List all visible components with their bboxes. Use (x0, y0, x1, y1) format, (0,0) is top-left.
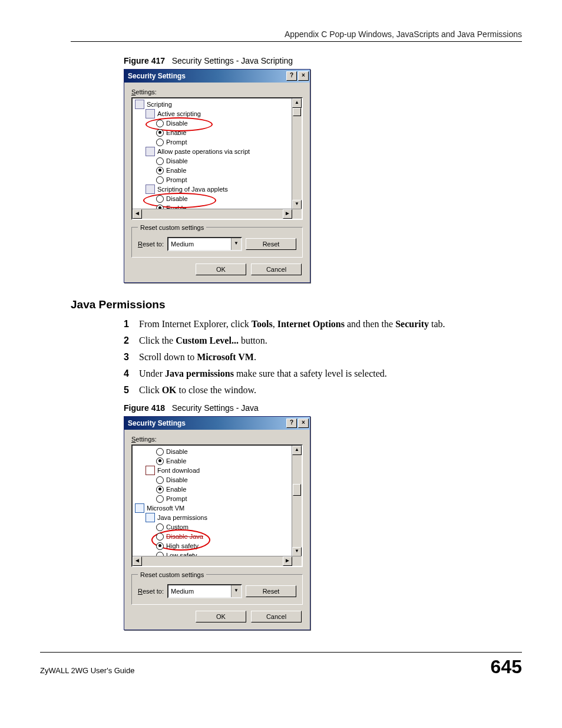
reset-fieldset: Reset custom settings Reset to: Medium ▼… (131, 227, 303, 258)
opt-disable: Disable (166, 447, 188, 456)
settings-label: Settings: (131, 436, 303, 443)
reset-dropdown[interactable]: Medium ▼ (167, 584, 242, 598)
settings-tree[interactable]: Scripting Active scripting Disable Enabl… (131, 97, 303, 220)
vertical-scrollbar[interactable]: ▲ ▼ (292, 98, 302, 209)
settings-tree[interactable]: Disable Enable Font download Disable Ena… (131, 444, 303, 567)
cancel-button[interactable]: Cancel (251, 611, 302, 622)
scroll-right-icon[interactable]: ► (283, 556, 292, 566)
reset-button[interactable]: Reset (246, 238, 296, 250)
security-settings-dialog-417: Security Settings ? × Settings: Scriptin… (124, 69, 310, 283)
category-icon (146, 147, 155, 156)
radio-enable[interactable] (156, 457, 164, 465)
opt-prompt: Prompt (166, 175, 187, 185)
close-icon[interactable]: × (298, 71, 309, 81)
category-icon (146, 185, 155, 194)
scroll-right-icon[interactable]: ► (283, 209, 292, 219)
radio-enable[interactable] (156, 486, 164, 493)
horizontal-scrollbar[interactable]: ◄ ► (133, 556, 302, 566)
horizontal-scrollbar[interactable]: ◄ ► (133, 209, 302, 219)
section-heading: Java Permissions (71, 298, 522, 311)
radio-prompt[interactable] (156, 495, 164, 503)
font-download-icon (146, 466, 155, 475)
figure-417-caption: Figure 417 Security Settings - Java Scri… (124, 56, 522, 65)
cancel-button[interactable]: Cancel (251, 263, 302, 275)
reset-legend: Reset custom settings (138, 571, 206, 578)
help-icon[interactable]: ? (286, 419, 297, 428)
cat-scripting-applets: Scripting of Java applets (157, 185, 228, 194)
radio-custom[interactable] (156, 523, 164, 531)
list-item: 5 Click OK to close the window. (124, 383, 522, 397)
opt-prompt: Prompt (166, 137, 187, 147)
scroll-up-icon[interactable]: ▲ (292, 98, 302, 108)
figure-417-label: Figure 417 (124, 56, 165, 65)
chevron-down-icon[interactable]: ▼ (231, 585, 241, 597)
list-item: 2 Click the Custom Level... button. (124, 334, 522, 348)
reset-to-label: Reset to: (138, 241, 164, 248)
opt-enable: Enable (166, 456, 186, 466)
scripting-icon (135, 100, 144, 109)
ok-button[interactable]: OK (196, 611, 246, 622)
opt-prompt: Prompt (166, 494, 187, 503)
cat-allow-paste: Allow paste operations via script (157, 147, 250, 156)
steps-list: 1 From Internet Explorer, click Tools, I… (124, 317, 522, 397)
radio-disable-java[interactable] (156, 533, 164, 541)
reset-value: Medium (168, 241, 231, 248)
radio-high-safety[interactable] (156, 542, 164, 550)
list-item: 4 Under Java permissions make sure that … (124, 367, 522, 381)
cat-scripting: Scripting (147, 100, 172, 109)
window-title: Security Settings (128, 419, 186, 427)
category-icon (146, 513, 155, 522)
security-settings-dialog-418: Security Settings ? × Settings: Disable … (124, 416, 310, 630)
vertical-scrollbar[interactable]: ▲ ▼ (292, 446, 302, 556)
titlebar: Security Settings ? × (124, 70, 310, 83)
scroll-thumb[interactable] (293, 108, 301, 116)
settings-label: Settings: (131, 88, 303, 95)
radio-disable[interactable] (156, 476, 164, 484)
radio-disable[interactable] (156, 195, 164, 203)
chevron-down-icon[interactable]: ▼ (231, 238, 241, 250)
radio-prompt[interactable] (156, 139, 164, 146)
opt-enable: Enable (166, 166, 186, 175)
footer-guide: ZyWALL 2WG User's Guide (40, 666, 134, 675)
radio-enable[interactable] (156, 167, 164, 174)
reset-fieldset: Reset custom settings Reset to: Medium ▼… (131, 574, 303, 605)
figure-418-label: Figure 418 (124, 403, 165, 413)
radio-disable[interactable] (156, 120, 164, 127)
radio-disable[interactable] (156, 157, 164, 165)
reset-legend: Reset custom settings (138, 224, 206, 231)
figure-417-text: Security Settings - Java Scripting (172, 56, 293, 65)
reset-to-label: Reset to: (138, 588, 164, 595)
cat-font-download: Font download (157, 466, 200, 475)
window-title: Security Settings (128, 72, 186, 80)
radio-disable[interactable] (156, 448, 164, 456)
category-icon (146, 109, 155, 118)
scroll-left-icon[interactable]: ◄ (133, 209, 142, 219)
list-item: 3 Scroll down to Microsoft VM. (124, 350, 522, 364)
scroll-thumb[interactable] (293, 484, 301, 496)
opt-disable: Disable (166, 475, 188, 485)
scroll-down-icon[interactable]: ▼ (292, 200, 302, 209)
figure-418-text: Security Settings - Java (172, 403, 259, 413)
list-item: 1 From Internet Explorer, click Tools, I… (124, 317, 522, 331)
page-header: Appendix C Pop-up Windows, JavaScripts a… (71, 29, 522, 42)
microsoft-vm-icon (135, 503, 144, 513)
scroll-down-icon[interactable]: ▼ (292, 547, 302, 556)
close-icon[interactable]: × (298, 419, 309, 428)
opt-enable: Enable (166, 485, 186, 494)
cat-microsoft-vm: Microsoft VM (147, 503, 184, 513)
figure-418-caption: Figure 418 Security Settings - Java (124, 403, 522, 413)
scroll-up-icon[interactable]: ▲ (292, 446, 302, 455)
page-footer: ZyWALL 2WG User's Guide 645 (40, 652, 522, 678)
reset-dropdown[interactable]: Medium ▼ (167, 237, 242, 251)
reset-value: Medium (168, 588, 231, 595)
scroll-left-icon[interactable]: ◄ (133, 556, 142, 566)
cat-java-permissions: Java permissions (157, 513, 207, 522)
help-icon[interactable]: ? (286, 71, 297, 81)
reset-button[interactable]: Reset (246, 585, 296, 597)
ok-button[interactable]: OK (196, 263, 246, 275)
radio-prompt[interactable] (156, 176, 164, 184)
titlebar: Security Settings ? × (124, 417, 310, 430)
page-number: 645 (491, 656, 522, 678)
opt-disable: Disable (166, 156, 188, 166)
radio-enable[interactable] (156, 129, 164, 137)
